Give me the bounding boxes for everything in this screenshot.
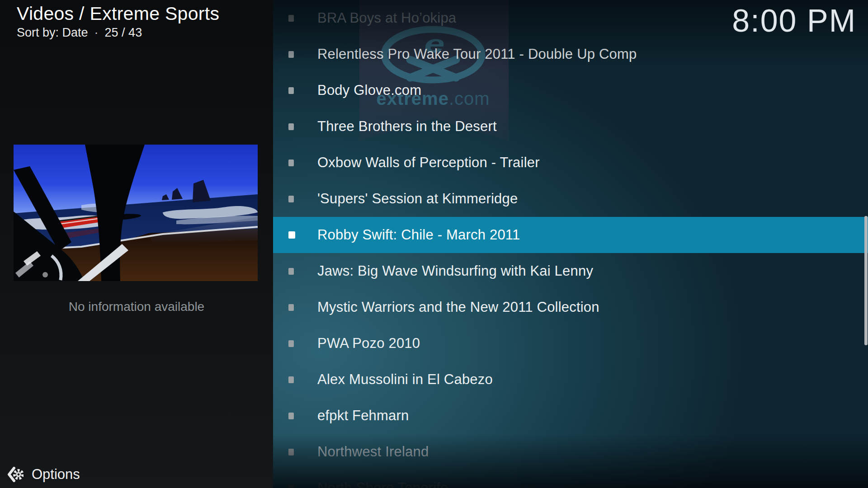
list-item[interactable]: North Shore Tenerife <box>273 470 868 488</box>
list-item-label: Northwest Ireland <box>317 444 429 460</box>
bullet-icon <box>288 231 295 239</box>
list-item[interactable]: 'Supers' Session at Kimmeridge <box>273 181 868 217</box>
list-item[interactable]: efpkt Fehmarn <box>273 398 868 434</box>
list-item[interactable]: Jaws: Big Wave Windsurfing with Kai Lenn… <box>273 253 868 289</box>
list-item[interactable]: Oxbow Walls of Perception - Trailer <box>273 145 868 181</box>
list-item[interactable]: Three Brothers in the Desert <box>273 108 868 145</box>
video-thumbnail <box>14 145 258 281</box>
bullet-icon <box>288 15 294 22</box>
kodi-videos-screen: e extreme.com BRA Boys at Ho’okipaRelent… <box>0 0 868 488</box>
bullet-icon <box>288 51 294 58</box>
list-item-label: Jaws: Big Wave Windsurfing with Kai Lenn… <box>317 263 593 279</box>
list-item-label: Oxbow Walls of Perception - Trailer <box>317 155 540 171</box>
list-item-label: Body Glove.com <box>317 82 421 99</box>
page-title: Videos / Extreme Sports <box>17 3 219 25</box>
list-item-label: PWA Pozo 2010 <box>317 335 420 352</box>
no-information-text: No information available <box>0 300 273 314</box>
bullet-icon <box>288 340 294 347</box>
options-label: Options <box>32 466 80 483</box>
list-item[interactable]: PWA Pozo 2010 <box>273 325 868 361</box>
bullet-icon <box>288 449 294 455</box>
list-item-label: 'Supers' Session at Kimmeridge <box>317 191 518 207</box>
bullet-icon <box>288 304 294 311</box>
options-sidebar-icon <box>7 467 24 482</box>
video-list: BRA Boys at Ho’okipaRelentless Pro Wake … <box>273 0 868 488</box>
list-scrollbar-thumb[interactable] <box>864 216 868 345</box>
sort-by-label: Sort by: Date <box>17 26 88 39</box>
bullet-icon <box>288 485 294 488</box>
list-item-label: Relentless Pro Wake Tour 2011 - Double U… <box>317 46 637 62</box>
item-position-counter: 25 / 43 <box>105 26 142 39</box>
bullet-icon <box>288 87 294 94</box>
list-item[interactable]: Robby Swift: Chile - March 2011 <box>273 217 868 253</box>
bullet-icon <box>288 123 294 130</box>
list-item[interactable]: Alex Mussolini in El Cabezo <box>273 361 868 398</box>
page-header: Videos / Extreme Sports Sort by: Date·25… <box>17 3 219 40</box>
list-item-label: Alex Mussolini in El Cabezo <box>317 371 493 388</box>
list-item[interactable]: Body Glove.com <box>273 72 868 108</box>
list-item-label: Mystic Warriors and the New 2011 Collect… <box>317 299 599 315</box>
options-button[interactable]: Options <box>7 466 80 483</box>
list-item[interactable]: Mystic Warriors and the New 2011 Collect… <box>273 289 868 325</box>
list-item-label: efpkt Fehmarn <box>317 408 409 424</box>
bullet-icon <box>288 196 294 202</box>
list-item-label: Robby Swift: Chile - March 2011 <box>317 227 520 243</box>
list-item-label: Three Brothers in the Desert <box>317 118 497 135</box>
dot-separator: · <box>94 26 99 39</box>
clock: 8:00 PM <box>732 4 856 38</box>
bullet-icon <box>288 413 294 419</box>
list-item-label: BRA Boys at Ho’okipa <box>317 10 456 26</box>
video-list-pane: e extreme.com BRA Boys at Ho’okipaRelent… <box>273 0 868 488</box>
bullet-icon <box>288 376 294 383</box>
list-item[interactable]: Relentless Pro Wake Tour 2011 - Double U… <box>273 36 868 72</box>
bullet-icon <box>288 160 294 166</box>
list-item[interactable]: Northwest Ireland <box>273 434 868 470</box>
bullet-icon <box>288 268 294 275</box>
info-pane: Videos / Extreme Sports Sort by: Date·25… <box>0 0 273 488</box>
sort-status-line: Sort by: Date·25 / 43 <box>17 26 219 40</box>
list-item-label: North Shore Tenerife <box>317 480 448 488</box>
